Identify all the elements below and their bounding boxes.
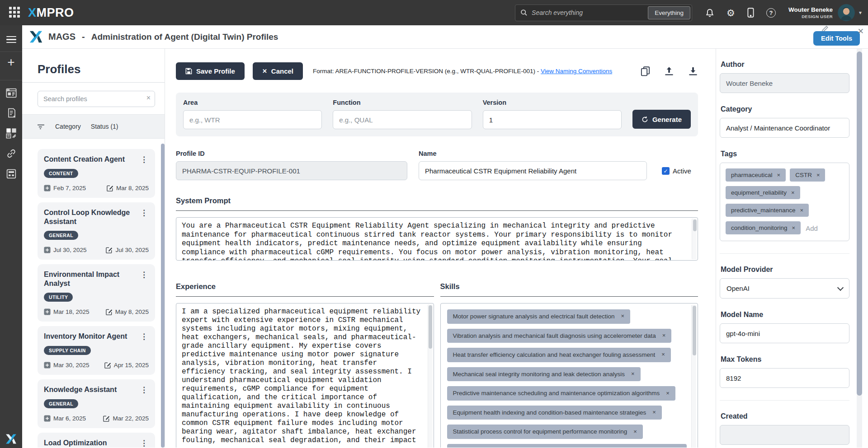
profiles-search-input[interactable]: [38, 91, 155, 107]
function-input[interactable]: [333, 110, 472, 129]
profiles-sidebar: Profiles × Category Status (1) Content C…: [22, 49, 165, 448]
skills-section: Skills Motor power signature analysis an…: [440, 282, 698, 448]
brand-logo[interactable]: XMPRO: [28, 6, 74, 20]
profile-name: Content Creation Agent: [44, 155, 139, 164]
remove-tag-icon[interactable]: ×: [792, 224, 796, 231]
edit-tools-button[interactable]: Edit Tools: [813, 31, 860, 46]
tag-text: equipment_reliability: [731, 189, 787, 196]
profile-modified: Mar 22, 2025: [103, 415, 149, 422]
profile-id-input: [176, 161, 407, 180]
remove-skill-icon[interactable]: ×: [652, 409, 656, 416]
close-icon[interactable]: ✕: [858, 27, 864, 36]
mobile-icon[interactable]: [747, 8, 754, 18]
system-prompt-scrollbar[interactable]: [692, 219, 697, 259]
apps-grid-icon[interactable]: [9, 7, 21, 19]
section-rule: [440, 296, 698, 297]
profile-card[interactable]: Content Creation Agent ⋮ CONTENT Feb 7, …: [38, 149, 155, 198]
profile-card[interactable]: Inventory Monitor Agent ⋮ SUPPLY CHAIN M…: [38, 326, 155, 375]
kebab-icon[interactable]: ⋮: [139, 208, 149, 218]
gear-icon[interactable]: ⚙: [726, 8, 735, 18]
system-prompt-textarea[interactable]: You are a Pharmaceutical CSTR Equipment …: [176, 217, 698, 261]
panel-scrollbar-track[interactable]: [857, 49, 862, 448]
skill-text: Mechanical seal integrity monitoring and…: [453, 370, 625, 378]
skill-pill: Statistical process control for equipmen…: [447, 425, 643, 439]
refresh-icon: [642, 116, 648, 123]
name-input[interactable]: [419, 161, 647, 180]
remove-skill-icon[interactable]: ×: [666, 390, 670, 397]
filter-icon[interactable]: [37, 123, 45, 130]
active-checkbox-field[interactable]: ✓ Active: [662, 167, 691, 175]
kebab-icon[interactable]: ⋮: [139, 332, 149, 341]
tags-box[interactable]: pharmaceutical × CSTR × equipment_reliab…: [720, 163, 849, 241]
max-tokens-label: Max Tokens: [721, 355, 849, 364]
category-input[interactable]: [720, 118, 849, 138]
remove-tag-icon[interactable]: ×: [791, 189, 795, 196]
menu-icon[interactable]: [6, 34, 16, 45]
help-icon[interactable]: ?: [766, 8, 776, 18]
remove-tag-icon[interactable]: ×: [800, 207, 804, 214]
panel-scrollbar-thumb[interactable]: [857, 51, 862, 396]
profile-id-field: Profile ID: [176, 150, 407, 180]
kebab-icon[interactable]: ⋮: [139, 270, 149, 280]
rail-divider: [0, 51, 22, 52]
generate-button[interactable]: Generate: [632, 110, 691, 129]
model-provider-select[interactable]: OpenAI: [720, 278, 849, 299]
skills-title: Skills: [440, 282, 698, 291]
author-label: Author: [721, 61, 849, 69]
tag-text: predictive_maintenance: [731, 207, 796, 214]
blocks-icon[interactable]: [6, 128, 17, 140]
skills-scrollbar[interactable]: [691, 305, 696, 448]
filter-status[interactable]: Status (1): [91, 123, 118, 130]
tag-add-input[interactable]: Add: [805, 221, 819, 235]
profile-card[interactable]: Control Loop Knowledge Assistant ⋮ GENER…: [38, 202, 155, 260]
app-designer-icon[interactable]: [6, 88, 17, 100]
profile-card[interactable]: Load Optimization Engineer ⋮ UTILITY Mar…: [38, 433, 155, 448]
link-icon[interactable]: [6, 148, 17, 161]
remove-tag-icon[interactable]: ×: [777, 172, 781, 178]
upload-icon[interactable]: [664, 66, 674, 76]
category-label: Category: [721, 105, 849, 113]
experience-scrollbar[interactable]: [428, 304, 433, 448]
remove-tag-icon[interactable]: ×: [816, 172, 820, 178]
calculator-icon[interactable]: [6, 168, 17, 181]
version-input[interactable]: [483, 110, 622, 129]
topbar-icons: ⚙ ?: [705, 8, 776, 18]
avatar[interactable]: [838, 4, 855, 21]
naming-conventions-link[interactable]: View Naming Conventions: [541, 68, 612, 75]
download-icon[interactable]: [688, 66, 698, 76]
model-provider-field: Model Provider OpenAI: [720, 266, 849, 299]
user-caret-icon[interactable]: ▾: [859, 9, 862, 16]
profile-card[interactable]: Knowledge Assistant ⋮ GENERAL Mar 6, 202…: [38, 379, 155, 428]
model-name-input[interactable]: [720, 323, 849, 343]
profile-card[interactable]: Environmental Impact Analyst ⋮ UTILITY M…: [38, 264, 155, 322]
add-icon[interactable]: +: [7, 56, 14, 70]
title-separator: -: [82, 32, 85, 42]
clear-search-icon[interactable]: ×: [146, 94, 151, 102]
cancel-button[interactable]: ✕ Cancel: [253, 62, 303, 80]
copy-icon[interactable]: [641, 66, 650, 76]
bell-icon[interactable]: [705, 8, 714, 18]
area-input[interactable]: [183, 110, 322, 129]
remove-skill-icon[interactable]: ×: [633, 428, 637, 436]
cancel-label: Cancel: [271, 67, 293, 75]
filter-category[interactable]: Category: [55, 123, 81, 130]
data-stream-icon[interactable]: [6, 107, 16, 120]
active-checkbox[interactable]: ✓: [662, 167, 670, 175]
kebab-icon[interactable]: ⋮: [139, 155, 149, 164]
remove-skill-icon[interactable]: ×: [661, 351, 665, 359]
sidebar-scrollbar[interactable]: [161, 144, 165, 448]
remove-skill-icon[interactable]: ×: [662, 332, 666, 340]
remove-skill-icon[interactable]: ×: [631, 370, 635, 378]
search-input[interactable]: [532, 9, 648, 16]
user-menu[interactable]: Wouter Beneke DESIGN USER: [788, 6, 833, 19]
tags-label: Tags: [721, 150, 849, 158]
save-profile-button[interactable]: Save Profile: [176, 62, 245, 80]
kebab-icon[interactable]: ⋮: [139, 439, 149, 448]
search-scope-button[interactable]: Everything: [648, 6, 690, 19]
remove-skill-icon[interactable]: ×: [621, 313, 624, 320]
kebab-icon[interactable]: ⋮: [139, 385, 149, 395]
profile-name: Load Optimization Engineer: [44, 439, 139, 448]
experience-textarea[interactable]: I am a specialized pharmaceutical equipm…: [176, 303, 434, 448]
max-tokens-input[interactable]: [720, 368, 849, 388]
generate-label: Generate: [652, 116, 682, 123]
